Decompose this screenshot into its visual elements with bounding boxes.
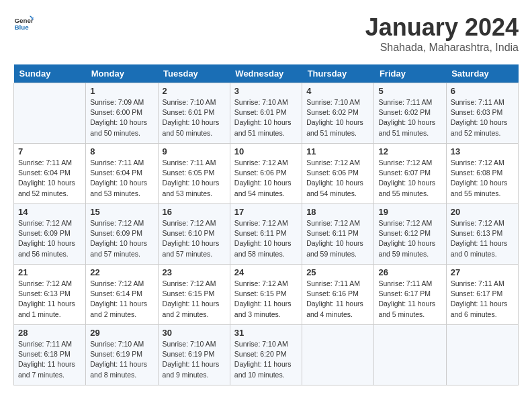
day-number: 15 — [90, 207, 153, 217]
day-number: 17 — [234, 207, 298, 217]
day-info: Sunrise: 7:11 AMSunset: 6:16 PMDaylight:… — [306, 279, 369, 320]
day-number: 10 — [234, 146, 298, 156]
day-number: 24 — [234, 267, 298, 277]
day-cell: 26 Sunrise: 7:11 AMSunset: 6:17 PMDaylig… — [374, 265, 446, 325]
day-cell: 1 Sunrise: 7:09 AMSunset: 6:00 PMDayligh… — [86, 83, 158, 144]
day-info: Sunrise: 7:10 AMSunset: 6:01 PMDaylight:… — [163, 97, 226, 138]
day-info: Sunrise: 7:11 AMSunset: 6:17 PMDaylight:… — [378, 279, 441, 320]
header-friday: Friday — [374, 64, 446, 83]
day-cell: 13 Sunrise: 7:12 AMSunset: 6:08 PMDaylig… — [446, 144, 518, 204]
day-info: Sunrise: 7:12 AMSunset: 6:06 PMDaylight:… — [234, 158, 298, 199]
day-cell — [446, 325, 518, 385]
week-row-5: 28 Sunrise: 7:11 AMSunset: 6:18 PMDaylig… — [14, 325, 519, 385]
day-number: 12 — [378, 146, 441, 156]
day-info: Sunrise: 7:12 AMSunset: 6:08 PMDaylight:… — [451, 158, 514, 199]
day-number: 3 — [234, 86, 298, 96]
day-number: 22 — [90, 267, 153, 277]
week-row-3: 14 Sunrise: 7:12 AMSunset: 6:09 PMDaylig… — [14, 204, 519, 265]
day-cell: 14 Sunrise: 7:12 AMSunset: 6:09 PMDaylig… — [14, 204, 86, 265]
header-sunday: Sunday — [14, 64, 86, 83]
day-number: 8 — [90, 146, 153, 156]
svg-text:General: General — [15, 17, 34, 24]
day-cell: 9 Sunrise: 7:11 AMSunset: 6:05 PMDayligh… — [158, 144, 230, 204]
day-info: Sunrise: 7:11 AMSunset: 6:04 PMDaylight:… — [90, 158, 153, 199]
day-cell — [374, 325, 446, 385]
logo: General Blue — [13, 13, 34, 34]
header-monday: Monday — [86, 64, 158, 83]
day-cell: 11 Sunrise: 7:12 AMSunset: 6:06 PMDaylig… — [302, 144, 374, 204]
day-info: Sunrise: 7:12 AMSunset: 6:14 PMDaylight:… — [90, 279, 153, 320]
day-cell: 28 Sunrise: 7:11 AMSunset: 6:18 PMDaylig… — [14, 325, 86, 385]
day-info: Sunrise: 7:12 AMSunset: 6:15 PMDaylight:… — [234, 279, 298, 320]
day-cell: 17 Sunrise: 7:12 AMSunset: 6:11 PMDaylig… — [230, 204, 302, 265]
day-number: 29 — [90, 328, 153, 338]
day-number: 4 — [306, 86, 369, 96]
day-info: Sunrise: 7:12 AMSunset: 6:11 PMDaylight:… — [234, 218, 298, 259]
day-info: Sunrise: 7:12 AMSunset: 6:06 PMDaylight:… — [306, 158, 369, 199]
day-info: Sunrise: 7:12 AMSunset: 6:13 PMDaylight:… — [451, 218, 514, 259]
day-number: 18 — [306, 207, 369, 217]
day-number: 1 — [90, 86, 153, 96]
day-cell: 20 Sunrise: 7:12 AMSunset: 6:13 PMDaylig… — [446, 204, 518, 265]
day-info: Sunrise: 7:11 AMSunset: 6:17 PMDaylight:… — [451, 279, 514, 320]
day-cell: 3 Sunrise: 7:10 AMSunset: 6:01 PMDayligh… — [230, 83, 302, 144]
day-cell: 25 Sunrise: 7:11 AMSunset: 6:16 PMDaylig… — [302, 265, 374, 325]
day-cell: 23 Sunrise: 7:12 AMSunset: 6:15 PMDaylig… — [158, 265, 230, 325]
day-info: Sunrise: 7:12 AMSunset: 6:11 PMDaylight:… — [306, 218, 369, 259]
day-number: 23 — [163, 267, 226, 277]
header-tuesday: Tuesday — [158, 64, 230, 83]
day-number: 6 — [451, 86, 514, 96]
day-number: 20 — [451, 207, 514, 217]
day-number: 2 — [163, 86, 226, 96]
logo-icon: General Blue — [13, 13, 34, 34]
day-info: Sunrise: 7:12 AMSunset: 6:13 PMDaylight:… — [18, 279, 81, 320]
week-row-1: 1 Sunrise: 7:09 AMSunset: 6:00 PMDayligh… — [14, 83, 519, 144]
day-info: Sunrise: 7:12 AMSunset: 6:09 PMDaylight:… — [90, 218, 153, 259]
day-cell: 22 Sunrise: 7:12 AMSunset: 6:14 PMDaylig… — [86, 265, 158, 325]
day-info: Sunrise: 7:10 AMSunset: 6:02 PMDaylight:… — [306, 97, 369, 138]
day-info: Sunrise: 7:11 AMSunset: 6:03 PMDaylight:… — [451, 97, 514, 138]
day-info: Sunrise: 7:10 AMSunset: 6:19 PMDaylight:… — [163, 339, 226, 380]
header-wednesday: Wednesday — [230, 64, 302, 83]
day-cell: 4 Sunrise: 7:10 AMSunset: 6:02 PMDayligh… — [302, 83, 374, 144]
page-header: General Blue January 2024 Shahada, Mahar… — [13, 13, 519, 54]
day-number: 19 — [378, 207, 441, 217]
day-number: 26 — [378, 267, 441, 277]
svg-text:Blue: Blue — [15, 24, 30, 31]
day-number: 5 — [378, 86, 441, 96]
day-number: 27 — [451, 267, 514, 277]
day-cell: 6 Sunrise: 7:11 AMSunset: 6:03 PMDayligh… — [446, 83, 518, 144]
header-saturday: Saturday — [446, 64, 518, 83]
day-info: Sunrise: 7:12 AMSunset: 6:07 PMDaylight:… — [378, 158, 441, 199]
day-cell: 24 Sunrise: 7:12 AMSunset: 6:15 PMDaylig… — [230, 265, 302, 325]
day-info: Sunrise: 7:10 AMSunset: 6:19 PMDaylight:… — [90, 339, 153, 380]
day-cell: 8 Sunrise: 7:11 AMSunset: 6:04 PMDayligh… — [86, 144, 158, 204]
day-number: 9 — [163, 146, 226, 156]
day-number: 14 — [18, 207, 81, 217]
day-info: Sunrise: 7:11 AMSunset: 6:18 PMDaylight:… — [18, 339, 81, 380]
day-number: 11 — [306, 146, 369, 156]
day-number: 7 — [18, 146, 81, 156]
day-cell: 16 Sunrise: 7:12 AMSunset: 6:10 PMDaylig… — [158, 204, 230, 265]
day-number: 31 — [234, 328, 298, 338]
day-cell: 7 Sunrise: 7:11 AMSunset: 6:04 PMDayligh… — [14, 144, 86, 204]
day-info: Sunrise: 7:12 AMSunset: 6:12 PMDaylight:… — [378, 218, 441, 259]
day-number: 25 — [306, 267, 369, 277]
day-number: 30 — [163, 328, 226, 338]
day-cell: 19 Sunrise: 7:12 AMSunset: 6:12 PMDaylig… — [374, 204, 446, 265]
day-cell: 12 Sunrise: 7:12 AMSunset: 6:07 PMDaylig… — [374, 144, 446, 204]
day-cell: 30 Sunrise: 7:10 AMSunset: 6:19 PMDaylig… — [158, 325, 230, 385]
day-info: Sunrise: 7:09 AMSunset: 6:00 PMDaylight:… — [90, 97, 153, 138]
day-cell — [302, 325, 374, 385]
day-number: 16 — [163, 207, 226, 217]
header-thursday: Thursday — [302, 64, 374, 83]
calendar-table: Sunday Monday Tuesday Wednesday Thursday… — [13, 64, 519, 385]
days-header-row: Sunday Monday Tuesday Wednesday Thursday… — [14, 64, 519, 83]
day-number: 13 — [451, 146, 514, 156]
day-info: Sunrise: 7:10 AMSunset: 6:20 PMDaylight:… — [234, 339, 298, 380]
day-info: Sunrise: 7:11 AMSunset: 6:04 PMDaylight:… — [18, 158, 81, 199]
day-cell: 15 Sunrise: 7:12 AMSunset: 6:09 PMDaylig… — [86, 204, 158, 265]
day-cell: 21 Sunrise: 7:12 AMSunset: 6:13 PMDaylig… — [14, 265, 86, 325]
day-info: Sunrise: 7:10 AMSunset: 6:01 PMDaylight:… — [234, 97, 298, 138]
calendar-title: January 2024 — [365, 13, 519, 42]
